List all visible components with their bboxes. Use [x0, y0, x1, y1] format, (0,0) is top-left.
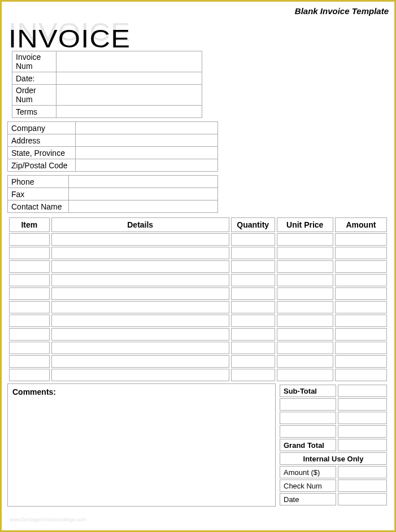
line-item-unit_price-field[interactable]	[277, 355, 333, 368]
line-item-quantity-field[interactable]	[231, 369, 275, 381]
blank-field[interactable]	[338, 425, 387, 438]
line-item-quantity-field[interactable]	[231, 233, 275, 246]
line-item-item-field[interactable]	[9, 328, 50, 341]
state-field[interactable]	[76, 147, 218, 159]
line-item-unit_price-field[interactable]	[277, 274, 333, 286]
line-item-amount-field[interactable]	[335, 301, 387, 313]
line-item-quantity-field[interactable]	[231, 247, 275, 259]
line-item-details-field[interactable]	[51, 342, 229, 354]
blank-label[interactable]	[280, 398, 336, 411]
line-item-item-field[interactable]	[9, 301, 50, 313]
line-item-amount-field[interactable]	[335, 369, 387, 381]
line-item-quantity-field[interactable]	[231, 342, 275, 354]
line-item-unit_price-field[interactable]	[277, 342, 333, 354]
watermark-text: www.heritagechristiancollege.com	[10, 517, 86, 522]
amount-field[interactable]	[338, 466, 387, 478]
line-item-unit_price-field[interactable]	[277, 369, 333, 381]
line-item-details-field[interactable]	[51, 287, 229, 300]
address-field[interactable]	[76, 134, 218, 147]
line-item-details-field[interactable]	[51, 274, 229, 286]
line-item-row	[9, 342, 387, 354]
line-item-quantity-field[interactable]	[231, 315, 275, 327]
line-item-item-field[interactable]	[9, 233, 50, 246]
contact-info-table: Phone Fax Contact Name	[7, 175, 218, 213]
line-item-amount-field[interactable]	[335, 274, 387, 286]
table-row: Fax	[8, 188, 218, 200]
table-row	[280, 425, 387, 438]
table-row: State, Province	[8, 147, 218, 159]
line-item-amount-field[interactable]	[335, 287, 387, 300]
line-item-details-field[interactable]	[51, 260, 229, 273]
fax-label: Fax	[8, 188, 69, 200]
line-item-unit_price-field[interactable]	[277, 315, 333, 327]
company-field[interactable]	[76, 122, 218, 134]
line-item-row	[9, 274, 387, 286]
terms-label: Terms	[12, 106, 56, 118]
line-item-item-field[interactable]	[9, 369, 50, 381]
contact-name-field[interactable]	[69, 200, 218, 213]
line-item-details-field[interactable]	[51, 233, 229, 246]
line-item-details-field[interactable]	[51, 247, 229, 259]
line-item-unit_price-field[interactable]	[277, 247, 333, 259]
line-item-item-field[interactable]	[9, 342, 50, 354]
subtotal-field[interactable]	[338, 385, 387, 397]
line-item-quantity-field[interactable]	[231, 328, 275, 341]
line-item-item-field[interactable]	[9, 315, 50, 327]
comments-label: Comments:	[12, 387, 56, 396]
phone-field[interactable]	[69, 176, 218, 188]
table-row: Check Num	[280, 479, 387, 492]
order-num-field[interactable]	[56, 85, 202, 106]
line-item-item-field[interactable]	[9, 274, 50, 286]
phone-label: Phone	[8, 176, 69, 188]
line-item-item-field[interactable]	[9, 355, 50, 368]
line-item-amount-field[interactable]	[335, 355, 387, 368]
internal-date-field[interactable]	[338, 493, 387, 505]
line-item-unit_price-field[interactable]	[277, 328, 333, 341]
col-header-item: Item	[9, 217, 50, 232]
line-item-amount-field[interactable]	[335, 233, 387, 246]
line-item-amount-field[interactable]	[335, 328, 387, 341]
blank-field[interactable]	[338, 398, 387, 411]
table-row: Company	[8, 122, 218, 134]
date-field[interactable]	[56, 72, 202, 85]
line-item-quantity-field[interactable]	[231, 301, 275, 313]
line-item-item-field[interactable]	[9, 260, 50, 273]
grandtotal-field[interactable]	[338, 439, 387, 451]
line-item-unit_price-field[interactable]	[277, 301, 333, 313]
table-row	[280, 398, 387, 411]
line-item-item-field[interactable]	[9, 247, 50, 259]
table-row: Internal Use Only	[280, 452, 387, 465]
line-item-details-field[interactable]	[51, 301, 229, 313]
line-item-quantity-field[interactable]	[231, 260, 275, 273]
line-item-row	[9, 315, 387, 327]
blank-field[interactable]	[338, 412, 387, 424]
line-item-details-field[interactable]	[51, 355, 229, 368]
line-item-amount-field[interactable]	[335, 260, 387, 273]
line-item-unit_price-field[interactable]	[277, 233, 333, 246]
fax-field[interactable]	[69, 188, 218, 200]
blank-label[interactable]	[280, 425, 336, 438]
line-item-item-field[interactable]	[9, 287, 50, 300]
line-item-amount-field[interactable]	[335, 315, 387, 327]
line-item-unit_price-field[interactable]	[277, 287, 333, 300]
zip-label: Zip/Postal Code	[8, 159, 76, 172]
line-item-quantity-field[interactable]	[231, 355, 275, 368]
company-info-table: Company Address State, Province Zip/Post…	[7, 121, 218, 172]
line-item-details-field[interactable]	[51, 315, 229, 327]
invoice-title-main: INVOICE	[8, 25, 130, 53]
comments-box[interactable]: Comments:	[7, 383, 276, 507]
line-item-details-field[interactable]	[51, 369, 229, 381]
zip-field[interactable]	[76, 159, 218, 172]
blank-label[interactable]	[280, 412, 336, 424]
line-item-amount-field[interactable]	[335, 342, 387, 354]
check-num-field[interactable]	[338, 479, 387, 492]
invoice-num-field[interactable]	[56, 51, 202, 72]
line-item-quantity-field[interactable]	[231, 274, 275, 286]
line-item-details-field[interactable]	[51, 328, 229, 341]
line-item-amount-field[interactable]	[335, 247, 387, 259]
line-item-quantity-field[interactable]	[231, 287, 275, 300]
totals-table: Sub-Total Grand Total Internal Use Only …	[278, 383, 389, 507]
company-label: Company	[8, 122, 76, 134]
terms-field[interactable]	[56, 106, 202, 118]
line-item-unit_price-field[interactable]	[277, 260, 333, 273]
